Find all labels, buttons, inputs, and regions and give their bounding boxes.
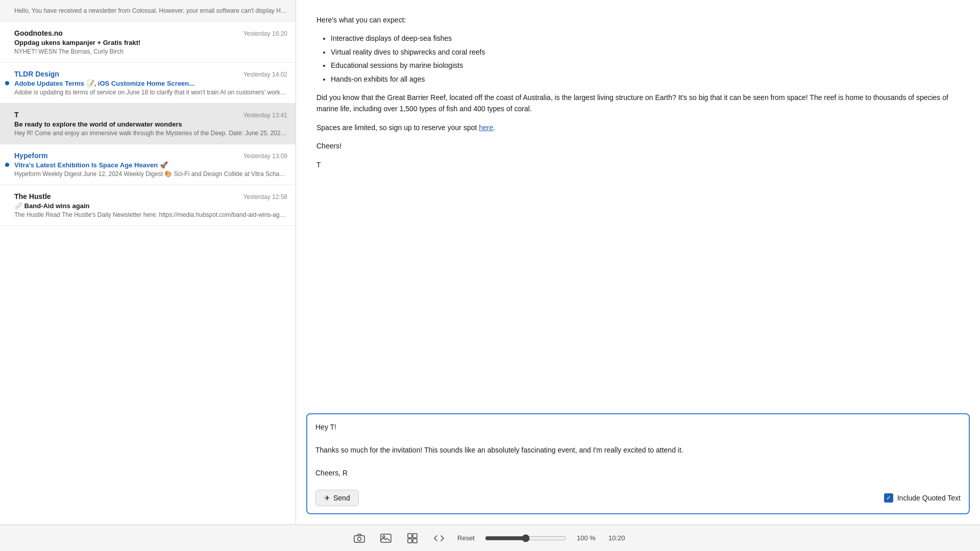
- email-subject: Be ready to explore the world of underwa…: [14, 120, 287, 128]
- email-preview: Adobe is updating its terms of service o…: [14, 89, 287, 96]
- email-time: Yesterday 13:41: [243, 112, 287, 119]
- list-item[interactable]: T Yesterday 13:41 Be ready to explore th…: [0, 104, 296, 144]
- email-header: The Hustle Yesterday 12:58: [14, 192, 287, 201]
- email-view: Here's what you can expect: Interactive …: [296, 0, 980, 524]
- image-icon[interactable]: [378, 530, 394, 546]
- email-sender: TLDR Design: [14, 70, 59, 78]
- email-subject: Adobe Updates Terms 📝, iOS Customize Hom…: [14, 80, 287, 87]
- email-header: Hypeform Yesterday 13:09: [14, 152, 287, 160]
- email-sender: T: [14, 111, 19, 119]
- include-quoted-container: ✓ Include Quoted Text: [884, 493, 961, 503]
- email-time: Yesterday 16:20: [243, 30, 287, 37]
- email-closing: Cheers!: [316, 140, 960, 152]
- email-preview: Hypeform Weekly Digest June 12, 2024 Wee…: [14, 170, 287, 178]
- list-item[interactable]: Goodnotes.no Yesterday 16:20 Oppdag uken…: [0, 22, 296, 63]
- bullet-item: Educational sessions by marine biologist…: [331, 60, 960, 71]
- list-item[interactable]: The Hustle Yesterday 12:58 🩹 Band-Aid wi…: [0, 185, 296, 226]
- email-sender: The Hustle: [14, 192, 51, 201]
- email-header: Goodnotes.no Yesterday 16:20: [14, 29, 287, 37]
- email-body: Here's what you can expect: Interactive …: [296, 0, 980, 413]
- email-spaces-text: Spaces are limited, so sign up to reserv…: [316, 122, 960, 133]
- reply-footer: ✈ Send ✓ Include Quoted Text: [315, 490, 961, 506]
- svg-rect-0: [354, 536, 364, 542]
- reset-button[interactable]: Reset: [457, 534, 475, 542]
- email-subject: Vitra's Latest Exhibition Is Space Age H…: [14, 161, 287, 169]
- send-icon: ✈: [324, 494, 330, 502]
- email-sender: Goodnotes.no: [14, 29, 63, 37]
- email-subject: 🩹 Band-Aid wins again: [14, 202, 287, 210]
- email-subject: Oppdag ukens kampanjer + Gratis frakt!: [14, 39, 287, 46]
- email-time: Yesterday 12:58: [243, 193, 287, 201]
- include-quoted-checkbox[interactable]: ✓: [884, 493, 893, 503]
- email-sender: Hypeform: [14, 152, 47, 160]
- code-icon[interactable]: [431, 530, 447, 546]
- email-time: Yesterday 13:09: [243, 153, 287, 160]
- svg-point-1: [358, 537, 361, 541]
- reply-box: Hey T! Thanks so much for the invitation…: [306, 413, 970, 514]
- bullet-item: Virtual reality dives to shipwrecks and …: [331, 46, 960, 58]
- bullet-item: Hands-on exhibits for all ages: [331, 73, 960, 85]
- email-header: TLDR Design Yesterday 14:02: [14, 70, 287, 78]
- zoom-slider[interactable]: [485, 534, 567, 542]
- svg-rect-5: [413, 534, 417, 538]
- send-button[interactable]: ✈ Send: [315, 490, 359, 506]
- email-header: T Yesterday 13:41: [14, 111, 287, 119]
- email-body-paragraph: Did you know that the Great Barrier Reef…: [316, 92, 960, 115]
- here-link[interactable]: here: [479, 123, 493, 132]
- zoom-value: 100 %: [577, 534, 598, 542]
- grid-icon[interactable]: [404, 530, 421, 546]
- email-preview-colossal: Hello, You have received a newsletter fr…: [14, 7, 287, 14]
- list-item[interactable]: Hypeform Yesterday 13:09 Vitra's Latest …: [0, 144, 296, 185]
- send-label: Send: [333, 494, 350, 502]
- email-signature: T: [316, 159, 960, 170]
- svg-rect-7: [413, 539, 417, 543]
- email-bullets: Interactive displays of deep-sea fishes …: [331, 33, 960, 85]
- camera-icon[interactable]: [351, 530, 368, 546]
- unread-indicator: [5, 163, 9, 167]
- email-preview: NYHET! WESN The Bornas, Curly Birch: [14, 48, 287, 55]
- bottom-toolbar: Reset 100 % 10:20: [0, 524, 980, 551]
- email-intro: Here's what you can expect:: [316, 14, 960, 26]
- email-preview: Hey R! Come and enjoy an immersive walk …: [14, 130, 287, 137]
- main-container: Hello, You have received a newsletter fr…: [0, 0, 980, 524]
- email-preview: The Hustle Read The Hustle's Daily Newsl…: [14, 211, 287, 218]
- include-quoted-label: Include Quoted Text: [897, 494, 961, 502]
- email-list: Hello, You have received a newsletter fr…: [0, 0, 296, 524]
- current-time: 10:20: [608, 534, 629, 542]
- svg-rect-4: [408, 534, 412, 538]
- unread-indicator: [5, 81, 9, 85]
- bullet-item: Interactive displays of deep-sea fishes: [331, 33, 960, 44]
- email-time: Yesterday 14:02: [243, 71, 287, 78]
- reply-textarea[interactable]: Hey T! Thanks so much for the invitation…: [315, 421, 961, 483]
- zoom-slider-container: [485, 534, 567, 542]
- list-item[interactable]: TLDR Design Yesterday 14:02 Adobe Update…: [0, 63, 296, 104]
- list-item[interactable]: Hello, You have received a newsletter fr…: [0, 0, 296, 22]
- svg-rect-6: [408, 539, 412, 543]
